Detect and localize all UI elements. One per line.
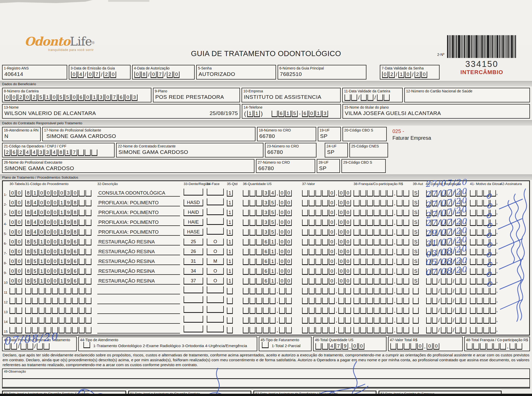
row-number: 13	[3, 310, 10, 314]
qtd-comb: 1	[227, 200, 243, 206]
descricao: PROFILAXIA: POLIMENTO	[97, 228, 180, 236]
face	[207, 325, 227, 333]
tabela-comb: 00	[10, 200, 25, 206]
qtd-comb: 1	[227, 268, 243, 275]
face	[207, 228, 227, 236]
field-49-observacao: 49-Observação	[2, 368, 530, 389]
franquia-comb: ,	[354, 317, 413, 324]
valor-comb: ,	[302, 298, 354, 304]
descricao: RESTAURAÇÃO RESINA	[97, 258, 180, 265]
row-number: 10	[3, 281, 10, 285]
data-realizacao-comb: / /	[426, 327, 470, 333]
codigo-procedimento-comb: 85100196	[25, 239, 97, 245]
barcode-zone: 2-Nº 334150 INTERCÂMBIO	[437, 35, 526, 76]
row-number: 3-	[3, 212, 10, 216]
field-48-total-franquia: 48-Total Franquia / Co-participação R$ ,	[464, 337, 530, 351]
dente-regiao: 31	[184, 258, 207, 265]
valor-comb: 0,00	[302, 249, 354, 255]
note-codigo: 025 -	[392, 128, 431, 135]
descricao	[97, 316, 180, 324]
quantidade-us-comb: 35,00	[243, 229, 302, 236]
field-16-atendimento-rn: 16-Atendimento a RN N	[2, 127, 41, 141]
field-9-plano: 9-Plano POS REDE PRESTADORA	[153, 88, 240, 102]
section-dados-beneficiario: Dados do Beneficiário	[0, 81, 532, 86]
tabela-comb: 00	[10, 229, 25, 236]
valor-comb: 0,00	[302, 190, 354, 197]
dente-regiao	[184, 316, 207, 324]
descricao: CONSULTA ODONTOLÓGICA	[97, 189, 180, 197]
aut-comb: S	[413, 210, 426, 216]
field-21-codigo-operadora: 21-Código na Operadora / CNPJ / CPF 2624…	[2, 143, 115, 157]
face: O	[207, 268, 227, 275]
column-header: 32-Descrição	[97, 182, 184, 186]
qtd-comb	[227, 317, 243, 324]
aut-comb	[413, 298, 426, 304]
row-number: 1-	[3, 193, 10, 197]
procedure-row: 11 , , , / / ,	[3, 286, 529, 296]
tipo-atendimento-options: 1-Tratamento Odontológico 2-Exame Radiol…	[93, 344, 247, 348]
field-7-validade-senha: 7-Data Validade da Senha 02/10/20	[380, 65, 440, 80]
qtd-comb	[227, 327, 243, 333]
tabela-comb: 00	[10, 219, 25, 226]
motivo-glosa-comb: ,	[470, 209, 500, 216]
row-number: 4-	[3, 222, 10, 226]
form-header: OdontoLife® tranquilidade para você sorr…	[0, 0, 532, 65]
quantidade-us-comb: 61,00	[243, 278, 302, 285]
field-43-previsao-termino: 43-Data Previsão Término do Tratamento /…	[2, 337, 77, 351]
tabela-comb	[10, 288, 25, 294]
quantidade-us-comb: ,	[243, 327, 302, 333]
qtd-comb	[227, 288, 243, 294]
quantidade-us-comb: 35,00	[243, 210, 302, 216]
motivo-glosa-comb: ,	[470, 288, 500, 294]
codigo-procedimento-comb: 85100196	[25, 249, 97, 255]
dente-regiao	[184, 189, 207, 197]
tabela-comb	[10, 317, 25, 324]
beneficiario-row-1: 8-Número da Carteira 0020251055060130760…	[2, 88, 530, 102]
franquia-comb: ,	[354, 298, 413, 304]
field-26-profissional-executante: 26-Nome do Profissional Executante SIMON…	[2, 159, 254, 173]
valor-comb: ,	[302, 307, 354, 314]
data-realizacao-comb: / /	[426, 307, 470, 314]
aut-comb: S	[413, 259, 426, 265]
valor-comb: 0,00	[302, 200, 354, 206]
tabela-comb: 00	[10, 268, 25, 275]
field-1-registro-ans: 1-Registro ANS 406414	[2, 65, 67, 80]
motivo-glosa-comb: ,	[470, 268, 500, 275]
scan-edge	[0, 394, 532, 396]
dente-regiao: HASD	[184, 199, 207, 206]
valor-comb: 0,00	[302, 210, 354, 216]
qtd-comb	[227, 307, 243, 314]
descricao	[97, 287, 180, 294]
valor-comb: 0,00	[302, 229, 354, 236]
face	[207, 189, 227, 197]
motivo-glosa-comb: ,	[470, 307, 500, 314]
tabela-comb: 00	[10, 249, 25, 255]
dente-regiao: 34	[184, 268, 207, 275]
field-18-numero-cro: 18-Número no CRO 66780	[257, 127, 316, 141]
face: O	[207, 278, 227, 285]
motivo-glosa-comb: ,	[470, 249, 500, 255]
quantidade-us-comb: 35,00	[243, 200, 302, 206]
barcode-number: 334150	[437, 59, 526, 69]
contratado-row-3: 26-Nome do Profissional Executante SIMON…	[2, 159, 530, 173]
tabela-comb	[10, 298, 25, 304]
quantidade-us-comb: ,	[243, 288, 302, 294]
row-number: 2-	[3, 203, 10, 206]
tabela-comb: 00	[10, 239, 25, 245]
aut-comb: S	[413, 249, 426, 255]
field-5-senha: 5-Senha AUTORIZADO	[196, 65, 276, 80]
field-28-uf: 28-UF SP	[317, 159, 340, 173]
valor-comb: 0,00	[302, 278, 354, 285]
field-4-data-autorizacao: 4-Data de Autorização 08/07/20	[132, 65, 195, 80]
codigo-procedimento-comb: 84000198	[25, 200, 97, 206]
column-header: 39-Aut	[413, 182, 426, 186]
tabela-comb: 00	[10, 190, 25, 197]
dente-regiao: HAID	[184, 209, 207, 216]
aut-comb	[413, 317, 426, 324]
field-15-titular-plano: 15-Nome do titular do plano VILMA JOSEFA…	[342, 104, 530, 119]
face	[207, 306, 227, 314]
face	[207, 316, 227, 324]
codigo-procedimento-comb: 81000030	[25, 190, 97, 197]
face: O	[207, 248, 227, 255]
codigo-procedimento-comb: 85100196	[25, 259, 97, 265]
